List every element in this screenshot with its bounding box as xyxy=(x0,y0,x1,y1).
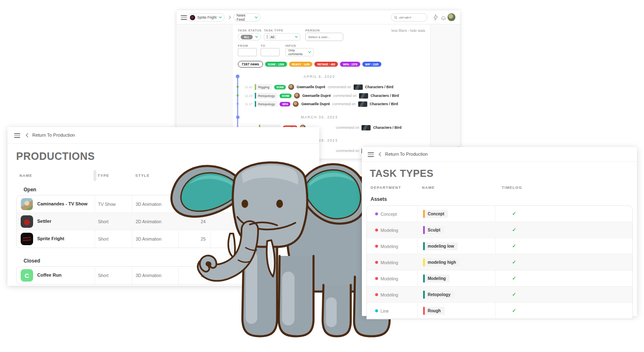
search-input[interactable] xyxy=(399,16,424,19)
department-dot xyxy=(375,261,378,264)
page-selector[interactable]: News Feed xyxy=(233,13,261,22)
person-input[interactable] xyxy=(305,33,343,41)
task-type-label: TASK TYPE xyxy=(264,29,283,32)
department-label: Modeling xyxy=(381,260,398,265)
task-color-bar xyxy=(423,307,425,315)
commenter-name[interactable]: Gwenaelle Dupré xyxy=(301,102,330,106)
stats-row: 7167 news DONE : 1206 READY : 1429 RETAK… xyxy=(238,61,381,68)
task-type-row[interactable]: Modeling modeling low ✓ xyxy=(367,238,632,254)
flash-icon[interactable] xyxy=(433,14,438,20)
status-pill: DONE xyxy=(280,94,291,98)
department-dot xyxy=(375,229,378,231)
task-status-select[interactable]: ALL xyxy=(238,33,261,41)
task-type-select[interactable]: All xyxy=(264,33,300,41)
chevron-down-icon xyxy=(255,35,258,38)
news-item[interactable]: 11:23 Retopology DONE Gwenaelle Dupré co… xyxy=(242,92,399,100)
search-icon xyxy=(394,16,397,19)
task-type-chip[interactable]: Retopology xyxy=(423,291,454,299)
entity-link[interactable]: Characters / Bird xyxy=(365,85,394,89)
column-header-type: TYPE xyxy=(98,174,109,178)
filters-toggle-links[interactable]: less filters - hide stats xyxy=(391,29,425,33)
task-type-row[interactable]: Modeling Modeling ✓ xyxy=(367,270,632,287)
production-thumbnail: SPRITE FRIGHT xyxy=(21,233,33,245)
action-text: commented on xyxy=(332,102,355,106)
task-type-chip[interactable]: Rough xyxy=(423,307,445,315)
menu-icon[interactable] xyxy=(368,152,374,157)
department-label: Modeling xyxy=(381,292,398,297)
chevron-down-icon xyxy=(219,15,222,18)
production-thumbnail: C xyxy=(21,269,33,282)
from-input[interactable] xyxy=(238,48,257,56)
feed-date-header: MARCH 30, 2023 xyxy=(232,115,406,119)
task-type-chip[interactable]: modeling high xyxy=(423,258,460,266)
task-color-bar xyxy=(423,291,425,299)
task-type-chip[interactable]: Retopology xyxy=(255,93,277,99)
timelog-check-icon: ✓ xyxy=(506,292,522,297)
timeline-dot xyxy=(237,103,239,105)
to-input[interactable] xyxy=(261,48,280,56)
task-type-value: All xyxy=(269,35,276,39)
chevron-down-icon xyxy=(295,35,298,38)
entity-link[interactable]: Characters / Bird xyxy=(373,125,402,130)
department-dot xyxy=(375,309,378,312)
status-badge-done: DONE : 1206 xyxy=(265,62,287,67)
news-item-tail[interactable]: commented on Characters / Bird xyxy=(336,123,402,132)
commenter-name[interactable]: Gwenaelle Dupré xyxy=(297,85,325,89)
section-assets: Assets xyxy=(371,196,387,202)
task-type-color-bar xyxy=(267,35,268,39)
bell-icon[interactable] xyxy=(441,14,446,20)
column-header-name: NAME xyxy=(19,174,32,178)
task-type-chip[interactable]: Retopology xyxy=(255,101,277,107)
infos-select[interactable]: Only comments xyxy=(285,48,314,56)
entity-link[interactable]: Characters / Bird xyxy=(370,102,398,106)
from-label: FROM xyxy=(238,44,248,48)
timelog-check-icon: ✓ xyxy=(506,227,522,233)
commenter-name[interactable]: Gwenaelle Dupré xyxy=(302,94,331,98)
news-item[interactable]: 11:17 Retopology WFA Gwenaelle Dupré com… xyxy=(242,100,398,108)
back-link[interactable]: Return To Production xyxy=(26,133,75,137)
column-header-department: DEPARTMENT xyxy=(371,186,401,190)
news-right-gutter xyxy=(430,24,460,159)
task-type-chip[interactable]: Modeling xyxy=(423,275,450,282)
task-type-chip[interactable]: Sculpt xyxy=(423,226,444,234)
menu-icon[interactable] xyxy=(14,133,20,138)
task-type-chip[interactable]: modeling low xyxy=(423,242,458,250)
production-avatar xyxy=(190,15,195,20)
entity-link[interactable]: Characters / Bird xyxy=(371,94,399,98)
task-type-row[interactable]: Modeling Retopology ✓ xyxy=(367,287,632,303)
task-status-value: ALL xyxy=(241,35,253,39)
person-label: PERSON xyxy=(305,29,320,32)
task-type-row[interactable]: Line Rough ✓ xyxy=(367,303,632,319)
action-text: commented on xyxy=(333,94,357,98)
entity-thumbnail xyxy=(358,101,367,107)
section-closed: Closed xyxy=(24,258,40,264)
task-type-chip[interactable]: Rigging xyxy=(255,84,272,90)
back-link[interactable]: Return To Production xyxy=(379,152,428,157)
task-type-row[interactable]: Modeling modeling high ✓ xyxy=(367,254,632,270)
status-badge-retake: RETAKE : 460 xyxy=(314,62,338,67)
task-type-row[interactable]: Concept Concept ✓ xyxy=(367,206,632,222)
task-type-row[interactable]: Modeling Sculpt ✓ xyxy=(367,222,632,238)
department-label: Concept xyxy=(381,212,397,217)
news-total-badge: 7167 news xyxy=(238,61,263,68)
user-avatar[interactable] xyxy=(448,13,455,21)
column-grip[interactable] xyxy=(93,170,96,181)
entity-thumbnail xyxy=(362,125,371,130)
search-box[interactable] xyxy=(391,13,427,22)
commenter-avatar xyxy=(293,101,299,107)
news-item[interactable]: 11:42 Rigging DONE Gwenaelle Dupré comme… xyxy=(242,83,393,91)
productions-topbar: Return To Production xyxy=(7,127,319,144)
menu-icon[interactable] xyxy=(181,15,187,20)
chevron-left-icon xyxy=(26,133,30,137)
timelog-check-icon: ✓ xyxy=(506,259,522,265)
production-thumbnail xyxy=(21,215,33,228)
production-selector[interactable]: Sprite Fright xyxy=(187,13,225,22)
task-color-bar xyxy=(423,210,425,218)
task-type-chip[interactable]: Concept xyxy=(423,210,448,218)
action-text: commented on xyxy=(328,85,351,89)
department-label: Modeling xyxy=(381,228,398,233)
chevron-left-icon xyxy=(379,152,383,156)
timelog-check-icon: ✓ xyxy=(506,275,522,281)
page-title: TASK TYPES xyxy=(370,168,433,179)
task-types-card: Concept Concept ✓ Modeling Sculpt ✓ Mode… xyxy=(366,205,633,319)
